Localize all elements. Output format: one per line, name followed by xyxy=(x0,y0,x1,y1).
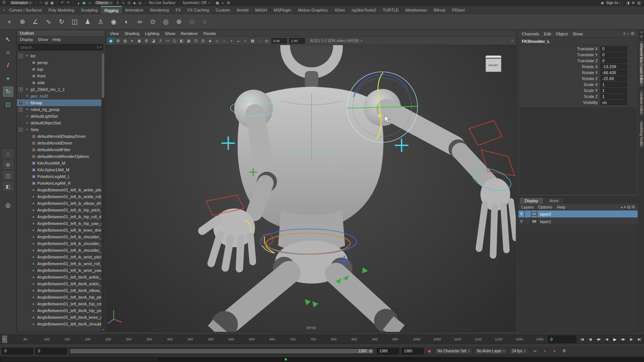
shelf-tab[interactable]: FX xyxy=(172,6,184,14)
expand-toggle-icon[interactable] xyxy=(25,235,29,239)
outliner-item[interactable]: AngleBetween01_left_ik_ankle_roll_d xyxy=(17,193,101,200)
channel-row[interactable]: Scale Z 1 xyxy=(518,93,638,99)
timeline-tick[interactable]: 1050 xyxy=(433,337,454,341)
outliner-item[interactable]: PoleAimLegAM_R xyxy=(17,180,101,187)
timeline-tick[interactable]: 1200 xyxy=(495,337,515,341)
channel-value-field[interactable]: -13.239 xyxy=(600,64,627,69)
shelf-tool-icon[interactable] xyxy=(95,16,106,28)
command-input[interactable] xyxy=(1,358,158,361)
channel-value-field[interactable]: -22.69 xyxy=(600,76,627,81)
outliner-item[interactable]: geo_null1 xyxy=(17,93,101,99)
channel-box-toolbar-icon[interactable] xyxy=(631,32,634,36)
viewport-toolbar-icon[interactable] xyxy=(164,38,171,44)
outliner-item[interactable]: AngleBetween01_left_ik_shoulder_pit xyxy=(17,234,101,240)
expand-toggle-icon[interactable] xyxy=(25,168,29,172)
shelf-tab[interactable]: FX Caching xyxy=(184,6,212,14)
shelf-tool-icon[interactable] xyxy=(43,16,54,28)
view-cube-front-face[interactable]: FRONT xyxy=(486,58,501,72)
expand-toggle-icon[interactable] xyxy=(25,255,29,259)
expand-toggle-icon[interactable] xyxy=(25,74,29,78)
timeline-tick[interactable]: 100 xyxy=(44,337,64,341)
timeline-tick[interactable]: 900 xyxy=(372,337,392,341)
shelf-tool-icon[interactable] xyxy=(121,16,132,28)
robot-model[interactable] xyxy=(202,45,515,332)
history-icon[interactable] xyxy=(65,0,71,6)
layer-row[interactable]: V layer2 xyxy=(518,210,638,218)
outliner-item[interactable]: AngleBetween01_left_ik_wrist_yaw_d xyxy=(17,267,101,274)
shelf-tool-icon[interactable] xyxy=(30,16,41,28)
live-surface-label[interactable]: No Live Surface xyxy=(148,1,176,5)
outliner-item[interactable]: AngleBetween01_left_iterA_hip_pitch xyxy=(17,294,101,301)
file-operation-icon[interactable] xyxy=(44,0,49,6)
expand-toggle-icon[interactable] xyxy=(19,121,23,125)
expand-toggle-icon[interactable] xyxy=(25,175,29,179)
viewport-toolbar-icon[interactable] xyxy=(214,38,220,44)
layer-playback-toggle[interactable] xyxy=(525,210,531,218)
shelf-tool-icon[interactable] xyxy=(82,16,93,28)
outliner-search-input[interactable] xyxy=(20,45,95,50)
outliner-item[interactable]: Group xyxy=(17,99,101,106)
animation-start-field[interactable]: 0 xyxy=(2,348,33,355)
anim-layer-dropdown[interactable]: No Anim Layer xyxy=(474,348,507,355)
character-set-dropdown[interactable]: No Character Set xyxy=(435,348,472,355)
playback-button[interactable] xyxy=(594,335,602,343)
expand-toggle-icon[interactable] xyxy=(25,155,29,159)
timeline-tick[interactable]: 750 xyxy=(310,337,331,341)
outliner-item[interactable]: AngleBetween01_left_ik_ankle_pitch_ xyxy=(17,187,101,193)
outliner-item[interactable]: defaultObjectSet xyxy=(17,120,101,126)
playback-button[interactable] xyxy=(611,335,619,343)
expand-toggle-icon[interactable] xyxy=(25,188,29,192)
layer-toolbar-icon[interactable] xyxy=(621,205,623,209)
outliner-scrollbar[interactable] xyxy=(101,53,105,332)
channel-row[interactable]: Rotate Z -22.69 xyxy=(518,76,638,82)
viewport-menu-item[interactable]: Panels xyxy=(203,31,216,36)
timeline-tick[interactable]: 300 xyxy=(126,337,146,341)
file-operation-icon[interactable] xyxy=(49,0,55,6)
channel-value-field[interactable]: 1 xyxy=(600,82,627,87)
playback-button[interactable] xyxy=(586,335,594,343)
view-cube[interactable]: FRONT xyxy=(486,55,501,73)
filter-icon[interactable] xyxy=(97,46,99,49)
layout-button[interactable] xyxy=(3,161,13,169)
exposure-field[interactable]: 0.00 xyxy=(271,38,287,44)
range-slider-track[interactable]: 1380 xyxy=(69,348,375,355)
expand-toggle-icon[interactable] xyxy=(25,161,29,165)
menu-set-dropdown[interactable]: Animation xyxy=(9,0,33,5)
playback-start-field[interactable]: 0 xyxy=(35,348,67,355)
snap-icon[interactable] xyxy=(115,0,120,6)
outliner-item[interactable]: AngleBetween01_left_ik_shoulder_ya xyxy=(17,247,101,254)
channel-row[interactable]: Translate Z 0 xyxy=(518,58,638,64)
render-icon[interactable] xyxy=(226,0,231,6)
expand-toggle-icon[interactable] xyxy=(19,88,23,92)
expand-toggle-icon[interactable] xyxy=(25,322,29,326)
time-slider[interactable]: 0501001502002503003504004505005506006507… xyxy=(0,334,644,344)
expand-toggle-icon[interactable] xyxy=(25,262,29,266)
layer-visibility-toggle[interactable]: V xyxy=(518,218,525,225)
expand-toggle-icon[interactable] xyxy=(25,215,29,219)
expand-toggle-icon[interactable] xyxy=(25,315,29,320)
layer-toolbar-icon[interactable] xyxy=(624,205,626,209)
viewport-menu-item[interactable]: View xyxy=(110,31,119,36)
timeline-tick[interactable]: 250 xyxy=(105,337,126,341)
viewport-toolbar-icon[interactable] xyxy=(136,38,142,44)
tool-button[interactable] xyxy=(3,60,13,71)
playback-end-field[interactable]: 1380 xyxy=(377,348,399,355)
timeline-tick[interactable]: 50 xyxy=(23,337,44,341)
outliner-menu-item[interactable]: Help xyxy=(53,37,61,42)
timeline-tick[interactable]: 150 xyxy=(64,337,85,341)
timeline-tick[interactable]: 800 xyxy=(331,337,351,341)
outliner-item[interactable]: KAcSpine1AM_M xyxy=(17,166,101,173)
selection-mask-icon[interactable] xyxy=(76,0,81,6)
shelf-tool-icon[interactable] xyxy=(4,16,15,28)
expand-toggle-icon[interactable] xyxy=(25,148,29,152)
shelf-tab[interactable]: Poly Modeling xyxy=(45,6,78,14)
channel-box-toolbar-icon[interactable] xyxy=(623,32,625,36)
layer-editor-menu-item[interactable]: Options xyxy=(538,205,552,209)
timeline-tick[interactable]: 1000 xyxy=(413,337,433,341)
shelf-tab[interactable]: Rigging xyxy=(101,6,121,14)
expand-toggle-icon[interactable] xyxy=(25,275,29,279)
outliner-item[interactable]: AngleBetween01_left_ik_knee_driver xyxy=(17,227,101,234)
sign-in-button[interactable]: Sign In xyxy=(600,0,620,6)
outliner-item[interactable]: AngleBetween01_left_iterA_elbow_dr xyxy=(17,287,101,294)
playback-button[interactable] xyxy=(603,335,610,343)
